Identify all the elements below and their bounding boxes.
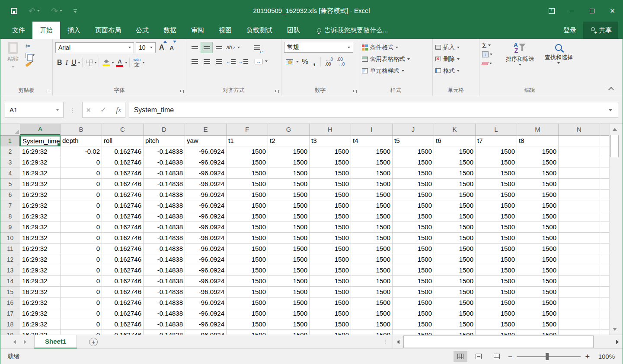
row-header-3[interactable]: 3	[0, 157, 20, 168]
cell-N13[interactable]	[559, 265, 600, 276]
cell-I13[interactable]: 1500	[351, 265, 393, 276]
cell-A14[interactable]: 16:29:32	[20, 276, 61, 287]
row-header-13[interactable]: 13	[0, 265, 20, 276]
cell-J11[interactable]: 1500	[393, 244, 434, 254]
cell-A1[interactable]: System_time	[20, 136, 61, 146]
cell-N5[interactable]	[559, 179, 600, 190]
fill-color-button[interactable]	[101, 57, 112, 68]
cell-D12[interactable]: -0.14838	[144, 254, 185, 265]
cell-G18[interactable]: 1500	[268, 319, 310, 330]
column-header-K[interactable]: K	[434, 124, 476, 135]
cell-E2[interactable]: -96.0924	[185, 146, 227, 157]
font-name-select[interactable]: Arial	[55, 42, 134, 53]
cell-F1[interactable]: t1	[227, 136, 268, 146]
formula-input[interactable]: System_time	[129, 102, 618, 118]
cell-M1[interactable]: t8	[517, 136, 559, 146]
sign-in-button[interactable]: 登录	[556, 26, 583, 35]
cell-D1[interactable]: pitch	[144, 136, 185, 146]
cell-M14[interactable]: 1500	[517, 276, 559, 287]
row-header-7[interactable]: 7	[0, 200, 20, 211]
cell-B18[interactable]: 0	[61, 319, 102, 330]
alignment-dialog-launcher-icon[interactable]	[275, 90, 279, 93]
cell-H7[interactable]: 1500	[310, 200, 351, 211]
column-header-D[interactable]: D	[144, 124, 185, 135]
cell-E9[interactable]: -96.0924	[185, 222, 227, 233]
align-middle-button[interactable]	[201, 42, 212, 53]
cell-I12[interactable]: 1500	[351, 254, 393, 265]
chevron-down-icon[interactable]	[265, 60, 268, 62]
zoom-slider[interactable]	[517, 356, 581, 357]
cell-J9[interactable]: 1500	[393, 222, 434, 233]
number-format-select[interactable]: 常规	[284, 42, 353, 53]
insert-cells-button[interactable]: 插入	[435, 41, 476, 53]
delete-cells-button[interactable]: 删除	[435, 53, 476, 65]
cell-F3[interactable]: 1500	[227, 157, 268, 168]
cell-E12[interactable]: -96.0924	[185, 254, 227, 265]
cell-E16[interactable]: -96.0924	[185, 298, 227, 308]
cell-H18[interactable]: 1500	[310, 319, 351, 330]
cell-M6[interactable]: 1500	[517, 190, 559, 200]
expand-formula-bar-icon[interactable]	[608, 109, 613, 111]
cell-E3[interactable]: -96.0924	[185, 157, 227, 168]
cell-B2[interactable]: -0.02	[61, 146, 102, 157]
cell-G2[interactable]: 1500	[268, 146, 310, 157]
cell-G19[interactable]: 1500	[268, 330, 310, 335]
cell-L10[interactable]: 1500	[476, 233, 517, 244]
cell-N10[interactable]	[559, 233, 600, 244]
cell-E11[interactable]: -96.0924	[185, 244, 227, 254]
cell-L3[interactable]: 1500	[476, 157, 517, 168]
decrease-indent-button[interactable]	[225, 56, 236, 66]
normal-view-button[interactable]	[454, 351, 467, 362]
font-dialog-launcher-icon[interactable]	[180, 90, 184, 93]
cell-J1[interactable]: t5	[393, 136, 434, 146]
scroll-right-button[interactable]	[612, 335, 623, 348]
cell-A9[interactable]: 16:29:32	[20, 222, 61, 233]
cell-L13[interactable]: 1500	[476, 265, 517, 276]
cell-F13[interactable]: 1500	[227, 265, 268, 276]
cell-M13[interactable]: 1500	[517, 265, 559, 276]
cell-E13[interactable]: -96.0924	[185, 265, 227, 276]
cell-A18[interactable]: 16:29:32	[20, 319, 61, 330]
cell-G13[interactable]: 1500	[268, 265, 310, 276]
underline-button[interactable]: U	[70, 57, 78, 68]
cell-L2[interactable]: 1500	[476, 146, 517, 157]
cell-F16[interactable]: 1500	[227, 298, 268, 308]
align-right-button[interactable]	[213, 56, 224, 66]
comma-style-button[interactable]: ,	[311, 56, 317, 67]
orientation-button[interactable]: ab	[225, 42, 236, 53]
cell-D5[interactable]: -0.14838	[144, 179, 185, 190]
align-center-button[interactable]	[201, 56, 212, 66]
cell-B14[interactable]: 0	[61, 276, 102, 287]
cell-F19[interactable]: 1500	[227, 330, 268, 335]
chevron-down-icon[interactable]	[125, 62, 128, 63]
cell-G1[interactable]: t2	[268, 136, 310, 146]
cell-E14[interactable]: -96.0924	[185, 276, 227, 287]
cell-B10[interactable]: 0	[61, 233, 102, 244]
cell-B1[interactable]: depth	[61, 136, 102, 146]
cell-B6[interactable]: 0	[61, 190, 102, 200]
column-header-C[interactable]: C	[102, 124, 144, 135]
cell-L1[interactable]: t7	[476, 136, 517, 146]
add-sheet-button[interactable]: +	[89, 338, 98, 346]
zoom-out-button[interactable]: −	[508, 353, 513, 361]
cell-J5[interactable]: 1500	[393, 179, 434, 190]
cell-I1[interactable]: t4	[351, 136, 393, 146]
tab-公式[interactable]: 公式	[128, 22, 156, 39]
cell-L17[interactable]: 1500	[476, 308, 517, 319]
fill-button[interactable]: ↓	[482, 51, 500, 58]
row-header-14[interactable]: 14	[0, 276, 20, 287]
increase-decimal-button[interactable]: ←.0.00	[324, 57, 334, 67]
cell-E1[interactable]: yaw	[185, 136, 227, 146]
conditional-formatting-button[interactable]: 条件格式	[362, 41, 430, 53]
cell-M2[interactable]: 1500	[517, 146, 559, 157]
cell-E4[interactable]: -96.0924	[185, 168, 227, 179]
tab-页面布局[interactable]: 页面布局	[88, 22, 128, 39]
sort-filter-button[interactable]: AZ 排序和筛选	[501, 41, 539, 85]
cell-G17[interactable]: 1500	[268, 308, 310, 319]
cell-D19[interactable]: -0.14838	[144, 330, 185, 335]
cell-N16[interactable]	[559, 298, 600, 308]
cell-M10[interactable]: 1500	[517, 233, 559, 244]
column-header-I[interactable]: I	[351, 124, 393, 135]
cell-F17[interactable]: 1500	[227, 308, 268, 319]
cell-N1[interactable]	[559, 136, 600, 146]
